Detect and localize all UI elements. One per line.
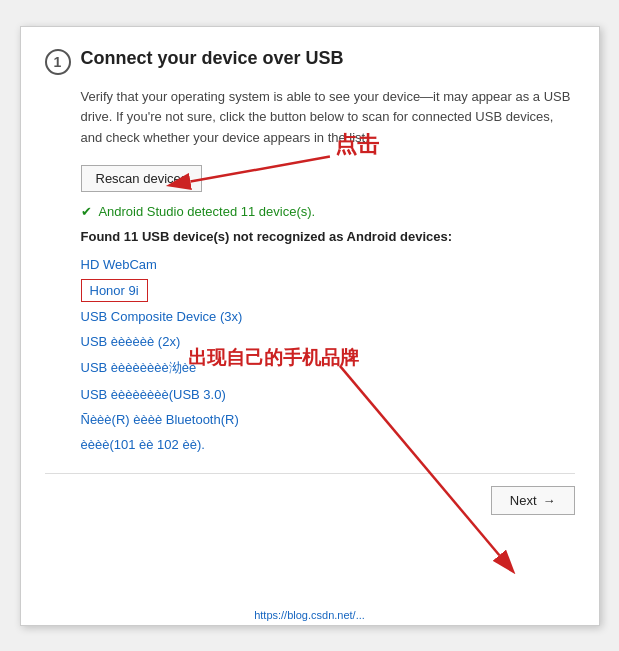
next-arrow-icon: →: [543, 493, 556, 508]
list-item[interactable]: èèèè(101 èè 102 èè).: [81, 432, 575, 457]
footer-bar: Next →: [45, 473, 575, 515]
device-list: HD WebCam Honor 9i USB Composite Device …: [81, 252, 575, 457]
list-item[interactable]: Ñèèè(R) èèèè Bluetooth(R): [81, 407, 575, 432]
list-item[interactable]: USB èèèèèè (2x): [81, 329, 575, 354]
rescan-area: Rescan devices: [81, 165, 575, 192]
next-button[interactable]: Next →: [491, 486, 575, 515]
not-recognized-header: Found 11 USB device(s) not recognized as…: [81, 229, 575, 244]
list-item[interactable]: USB èèèèèèèè(USB 3.0): [81, 382, 575, 407]
rescan-button[interactable]: Rescan devices: [81, 165, 203, 192]
list-item-honor[interactable]: Honor 9i: [81, 279, 148, 302]
step-number: 1: [45, 49, 71, 75]
main-dialog: 1 Connect your device over USB Verify th…: [20, 26, 600, 626]
checkmark-icon: ✔: [81, 204, 92, 219]
list-item[interactable]: USB Composite Device (3x): [81, 304, 575, 329]
step-description: Verify that your operating system is abl…: [81, 87, 575, 149]
detected-message: ✔ Android Studio detected 11 device(s).: [81, 204, 575, 219]
step-title: Connect your device over USB: [81, 47, 344, 70]
bottom-link[interactable]: https://blog.csdn.net/...: [254, 609, 365, 621]
list-item[interactable]: HD WebCam: [81, 252, 575, 277]
step-header: 1 Connect your device over USB: [45, 47, 575, 75]
list-item[interactable]: USB èèèèèèèè泑èè: [81, 354, 575, 382]
